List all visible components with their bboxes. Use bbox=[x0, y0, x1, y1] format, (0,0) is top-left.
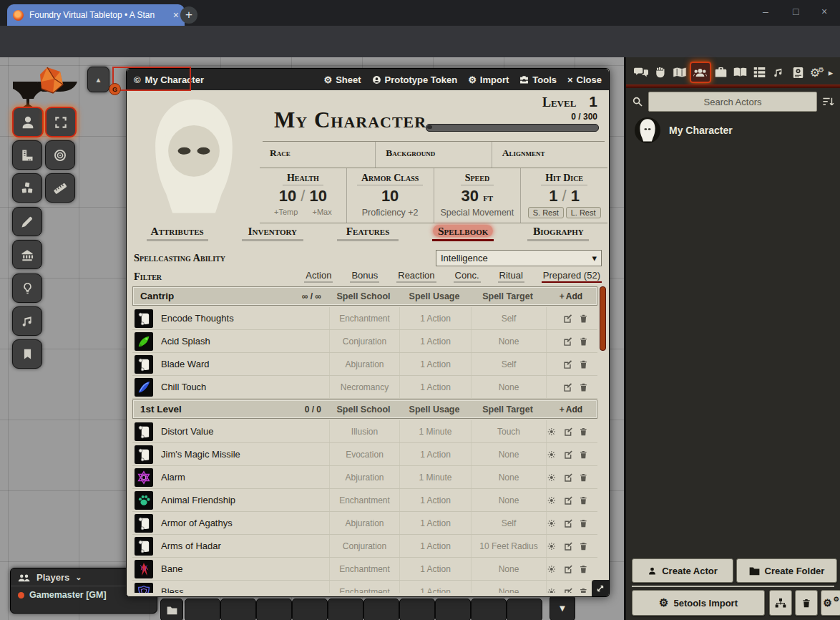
hotbar-slot[interactable] bbox=[292, 599, 328, 620]
spell-name[interactable]: Arms of Hadar bbox=[157, 541, 329, 551]
chat-tab[interactable] bbox=[632, 63, 650, 82]
spell-name[interactable]: Acid Splash bbox=[157, 336, 329, 347]
spell-icon-acid-splash[interactable] bbox=[135, 332, 153, 351]
filter-action[interactable]: Action bbox=[304, 270, 333, 283]
edit-icon[interactable] bbox=[563, 564, 573, 574]
spell-list-scrollbar[interactable] bbox=[600, 286, 606, 351]
spell-icon-animal-friendship[interactable] bbox=[135, 491, 153, 510]
window-maximize-button[interactable]: □ bbox=[793, 6, 799, 17]
trash-icon[interactable] bbox=[579, 382, 588, 392]
prepare-sun-icon[interactable] bbox=[547, 473, 557, 483]
edit-icon[interactable] bbox=[562, 336, 572, 347]
edit-icon[interactable] bbox=[563, 518, 573, 528]
delete-all-button[interactable] bbox=[795, 590, 818, 616]
tab-spellbook[interactable]: Spellbook bbox=[432, 225, 494, 241]
hp-value[interactable]: 10/10 bbox=[260, 187, 346, 205]
trash-icon[interactable] bbox=[579, 541, 588, 551]
edit-icon[interactable] bbox=[562, 359, 572, 369]
tab-attributes[interactable]: Attributes bbox=[147, 225, 208, 241]
5etools-import-button[interactable]: ⚙ 5etools Import bbox=[632, 590, 765, 616]
compendium-tab[interactable] bbox=[788, 63, 807, 82]
spell-icon-scroll[interactable] bbox=[135, 537, 153, 556]
spell-icon-scroll[interactable] bbox=[135, 422, 153, 441]
section-slots[interactable]: 0 / 0 bbox=[305, 405, 321, 415]
spell-icon-scroll[interactable] bbox=[135, 355, 153, 374]
edit-icon[interactable] bbox=[562, 314, 572, 324]
spell-icon-bless[interactable] bbox=[135, 583, 153, 594]
tile-controls-button[interactable] bbox=[12, 173, 42, 203]
actor-list-item[interactable]: My Character bbox=[626, 116, 840, 145]
hotbar-slot[interactable] bbox=[220, 599, 256, 620]
hotbar-page-down-button[interactable]: ▼ bbox=[550, 595, 575, 620]
target-tool-button[interactable] bbox=[45, 140, 75, 170]
notes-controls-button[interactable] bbox=[12, 339, 42, 369]
edit-icon[interactable] bbox=[563, 473, 573, 483]
sound-controls-button[interactable] bbox=[12, 306, 42, 336]
tables-tab[interactable] bbox=[750, 63, 768, 82]
short-rest-button[interactable]: S. Rest bbox=[528, 207, 564, 218]
tab-features[interactable]: Features bbox=[337, 225, 399, 241]
sheet-window-header[interactable]: © My Character G ⚙Sheet Prototype Token … bbox=[127, 69, 609, 90]
new-tab-button[interactable]: + bbox=[180, 6, 197, 24]
spell-name[interactable]: Alarm bbox=[157, 472, 329, 483]
scenes-tab[interactable] bbox=[670, 63, 689, 82]
spell-name[interactable]: Blade Ward bbox=[157, 359, 329, 369]
alignment-field[interactable]: Alignment bbox=[492, 142, 607, 168]
create-actor-button[interactable]: Create Actor bbox=[632, 558, 733, 583]
spell-name[interactable]: Distort Value bbox=[157, 426, 329, 437]
prepare-sun-icon[interactable] bbox=[547, 587, 557, 594]
window-close-button[interactable]: × bbox=[821, 6, 827, 17]
filter-reaction[interactable]: Reaction bbox=[396, 270, 436, 283]
tab-close-icon[interactable]: × bbox=[173, 9, 179, 21]
character-portrait[interactable] bbox=[128, 92, 260, 222]
hotbar-slot[interactable] bbox=[363, 599, 399, 620]
tab-biography[interactable]: Biography bbox=[527, 225, 589, 241]
spell-name[interactable]: Bane bbox=[157, 563, 329, 574]
sort-filter-icon[interactable] bbox=[822, 97, 834, 107]
hotbar-slot[interactable] bbox=[471, 599, 507, 620]
spell-icon-alarm[interactable] bbox=[135, 468, 153, 487]
trash-icon[interactable] bbox=[579, 450, 588, 460]
trash-icon[interactable] bbox=[579, 587, 588, 594]
spell-name[interactable]: Armor of Agathys bbox=[157, 518, 329, 528]
edit-icon[interactable] bbox=[562, 382, 572, 392]
section-slots[interactable]: ∞ / ∞ bbox=[302, 291, 321, 301]
trash-icon[interactable] bbox=[579, 359, 588, 369]
xp-text[interactable]: 0 / 300 bbox=[571, 112, 597, 122]
sheet-config-button[interactable]: ⚙Sheet bbox=[324, 74, 361, 85]
lighting-controls-button[interactable] bbox=[12, 273, 42, 303]
actors-tab[interactable] bbox=[690, 62, 711, 83]
spell-name[interactable]: Animal Friendship bbox=[157, 495, 329, 505]
ac-value[interactable]: 10 bbox=[347, 187, 434, 205]
sidebar-collapse-arrow[interactable]: ▸ bbox=[827, 63, 834, 82]
hotbar-slot[interactable] bbox=[435, 599, 471, 620]
hotbar-folder-button[interactable] bbox=[160, 599, 183, 620]
edit-icon[interactable] bbox=[563, 587, 573, 594]
tools-button[interactable]: Tools bbox=[519, 74, 557, 85]
measure-controls-button[interactable] bbox=[12, 140, 42, 170]
race-field[interactable]: Race bbox=[260, 142, 376, 168]
hotbar-slot[interactable] bbox=[399, 599, 435, 620]
spell-icon-scroll[interactable] bbox=[135, 514, 153, 533]
spell-icon-scroll[interactable] bbox=[135, 445, 153, 464]
edit-icon[interactable] bbox=[563, 541, 573, 551]
browser-tab[interactable]: Foundry Virtual Tabletop • A Stan × bbox=[7, 4, 185, 26]
prepare-sun-icon[interactable] bbox=[547, 518, 557, 528]
prototype-token-button[interactable]: Prototype Token bbox=[372, 74, 458, 85]
character-name[interactable]: My Character bbox=[274, 107, 426, 133]
prepare-sun-icon[interactable] bbox=[547, 541, 557, 551]
trash-icon[interactable] bbox=[579, 564, 588, 574]
close-sheet-button[interactable]: ×Close bbox=[567, 74, 602, 85]
window-minimize-button[interactable]: – bbox=[763, 6, 768, 17]
spell-name[interactable]: Jim's Magic Missile bbox=[157, 449, 329, 460]
hotbar-slot[interactable] bbox=[256, 599, 292, 620]
spell-name[interactable]: Encode Thoughts bbox=[157, 313, 329, 324]
background-field[interactable]: Background bbox=[376, 142, 492, 168]
filter-ritual[interactable]: Ritual bbox=[498, 270, 524, 283]
spell-icon-chill-touch[interactable] bbox=[135, 378, 153, 397]
import-settings-button[interactable]: ⚙⚙ bbox=[821, 590, 840, 616]
temp-hp-field[interactable]: +Temp bbox=[274, 208, 298, 216]
add-spell-button[interactable]: +Add bbox=[545, 405, 597, 415]
edit-icon[interactable] bbox=[563, 495, 573, 505]
prepare-sun-icon[interactable] bbox=[547, 450, 557, 460]
